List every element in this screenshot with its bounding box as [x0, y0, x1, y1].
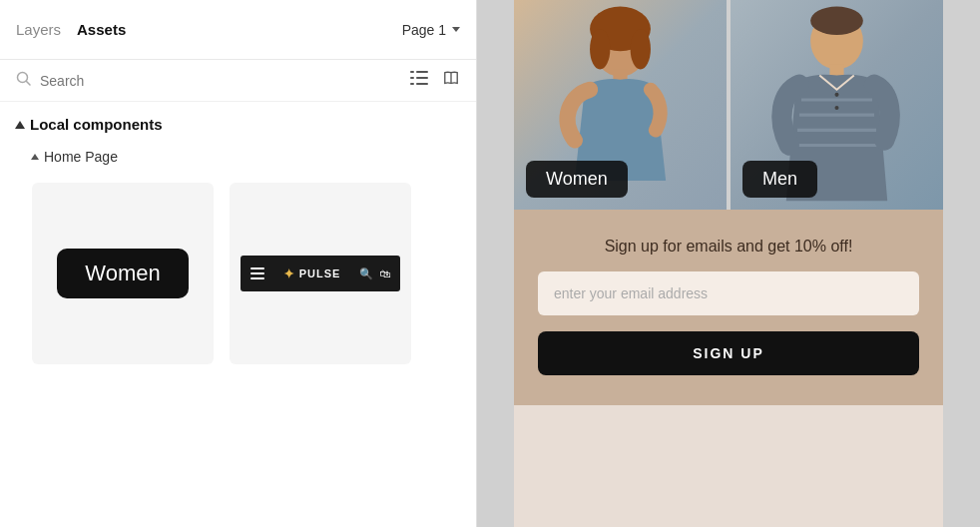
svg-point-13	[631, 29, 651, 70]
toolbar-icons	[410, 70, 460, 91]
svg-rect-6	[416, 77, 428, 79]
book-icon[interactable]	[442, 70, 460, 91]
search-bar	[0, 60, 476, 102]
men-image-cell: Men	[727, 0, 943, 210]
signup-button[interactable]: SIGN UP	[538, 331, 919, 375]
images-row: Women	[514, 0, 943, 210]
svg-rect-3	[410, 77, 414, 79]
women-component-card[interactable]: Women	[32, 183, 214, 364]
left-panel: Layers Assets Page 1	[0, 0, 477, 527]
svg-rect-5	[416, 71, 428, 73]
signup-section: Sign up for emails and get 10% off! ente…	[514, 210, 943, 405]
list-view-icon[interactable]	[410, 70, 428, 91]
svg-point-24	[834, 106, 838, 110]
women-badge-preview: Women	[57, 249, 188, 298]
expand-icon	[15, 121, 25, 129]
women-category-badge: Women	[526, 161, 628, 198]
signup-title: Sign up for emails and get 10% off!	[605, 238, 853, 256]
navbar-preview: ✦ PULSE 🔍 🛍	[241, 256, 400, 291]
women-image-cell: Women	[514, 0, 727, 210]
nav-search-icon: 🔍	[359, 267, 373, 280]
home-page-header[interactable]: Home Page	[0, 143, 476, 171]
phone-canvas: Women	[514, 0, 943, 527]
bottom-strip	[514, 405, 943, 527]
nav-logo: ✦ PULSE	[283, 266, 341, 281]
svg-point-12	[590, 29, 610, 70]
chevron-down-icon	[452, 27, 460, 32]
components-grid: Women ✦ PULSE 🔍 🛍	[0, 171, 476, 380]
right-panel: Women	[477, 0, 980, 527]
email-input-wrap[interactable]: enter your email address	[538, 271, 919, 315]
local-components-header[interactable]: Local components	[0, 102, 476, 143]
svg-rect-2	[410, 71, 414, 73]
tab-assets[interactable]: Assets	[77, 17, 126, 42]
search-input[interactable]	[40, 73, 402, 89]
home-page-expand-icon	[31, 154, 39, 160]
page-selector-label: Page 1	[402, 22, 446, 38]
hamburger-icon	[250, 267, 264, 279]
svg-point-23	[834, 93, 838, 97]
nav-plus-icon: ✦	[283, 266, 295, 281]
nav-bag-icon: 🛍	[379, 267, 390, 280]
svg-line-1	[27, 81, 31, 85]
home-page-label: Home Page	[44, 149, 118, 165]
svg-point-17	[810, 7, 863, 35]
tab-bar: Layers Assets Page 1	[0, 0, 476, 60]
nav-action-icons: 🔍 🛍	[359, 267, 390, 280]
navbar-component-card[interactable]: ✦ PULSE 🔍 🛍	[230, 183, 411, 364]
local-components-label: Local components	[30, 116, 163, 133]
nav-logo-text: PULSE	[299, 267, 341, 279]
search-icon	[16, 71, 32, 91]
email-placeholder: enter your email address	[554, 285, 708, 301]
page-selector[interactable]: Page 1	[402, 22, 460, 38]
svg-rect-4	[410, 83, 414, 85]
men-category-badge: Men	[742, 161, 817, 198]
svg-rect-7	[416, 83, 428, 85]
tab-layers[interactable]: Layers	[16, 17, 61, 42]
